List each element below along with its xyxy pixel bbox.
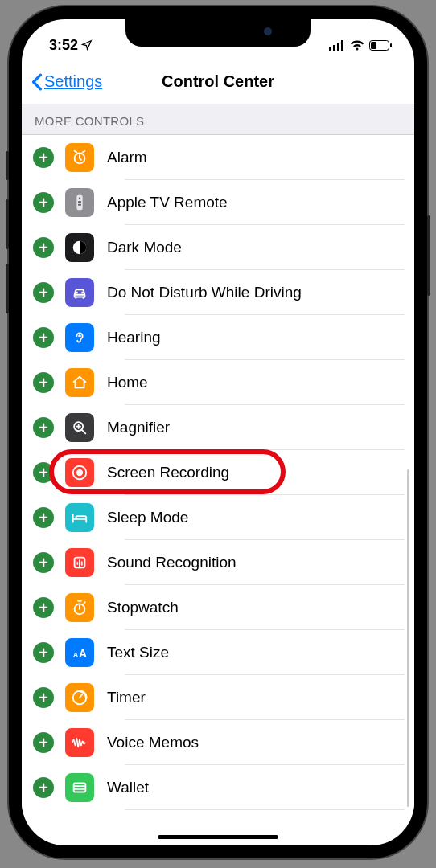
add-button[interactable]: + [33, 732, 54, 753]
control-label: Apple TV Remote [107, 194, 228, 211]
control-label: Screen Recording [107, 464, 229, 481]
list-item: +Sleep Mode [22, 495, 414, 540]
magnifier-icon [65, 413, 94, 442]
add-button[interactable]: + [33, 147, 54, 168]
add-button[interactable]: + [33, 327, 54, 348]
stopwatch-icon [65, 593, 94, 622]
control-label: Wallet [107, 779, 149, 796]
separator [125, 809, 405, 810]
svg-rect-11 [78, 204, 81, 206]
svg-rect-10 [78, 201, 81, 203]
remote-icon [65, 188, 94, 217]
list-item: +Dark Mode [22, 225, 414, 270]
control-label: Home [107, 374, 148, 391]
cellular-icon [329, 40, 345, 51]
svg-point-9 [79, 197, 80, 199]
svg-text:A: A [73, 651, 79, 659]
control-label: Timer [107, 689, 146, 706]
add-button[interactable]: + [33, 687, 54, 708]
textsize-icon: AA [65, 638, 94, 667]
section-header: MORE CONTROLS [22, 104, 414, 135]
back-button[interactable]: Settings [31, 72, 102, 91]
list-item: +Wallet [22, 765, 414, 810]
voicememo-icon [65, 728, 94, 757]
control-label: Dark Mode [107, 239, 182, 256]
list-item: +Stopwatch [22, 585, 414, 630]
ear-icon [65, 323, 94, 352]
mute-switch [6, 151, 9, 180]
add-button[interactable]: + [33, 462, 54, 483]
svg-rect-1 [333, 45, 335, 51]
controls-list[interactable]: +Alarm+Apple TV Remote+Dark Mode+Do Not … [22, 135, 414, 810]
home-icon [65, 368, 94, 397]
darkmode-icon [65, 233, 94, 262]
add-button[interactable]: + [33, 417, 54, 438]
list-item: +Apple TV Remote [22, 180, 414, 225]
nav-bar: Settings Control Center [22, 59, 414, 104]
svg-rect-6 [390, 43, 392, 47]
volume-down-button [6, 264, 9, 313]
back-label: Settings [44, 72, 102, 91]
alarm-icon [65, 143, 94, 172]
control-label: Sound Recognition [107, 554, 237, 571]
list-item: +Hearing [22, 315, 414, 360]
svg-point-17 [76, 469, 83, 476]
svg-rect-23 [74, 784, 86, 792]
sound-icon [65, 548, 94, 577]
svg-point-14 [82, 292, 83, 293]
list-item: +Do Not Disturb While Driving [22, 270, 414, 315]
list-item: +Screen Recording [22, 450, 414, 495]
add-button[interactable]: + [33, 777, 54, 798]
svg-rect-5 [371, 42, 376, 49]
control-label: Text Size [107, 644, 169, 661]
chevron-left-icon [31, 73, 43, 91]
list-item: +AAText Size [22, 630, 414, 675]
volume-up-button [6, 199, 9, 249]
list-item: +Timer [22, 675, 414, 720]
control-label: Do Not Disturb While Driving [107, 284, 302, 301]
wallet-icon [65, 773, 94, 802]
location-icon [81, 39, 93, 51]
add-button[interactable]: + [33, 192, 54, 213]
list-item: +Voice Memos [22, 720, 414, 765]
svg-text:A: A [79, 648, 87, 660]
status-time: 3:52 [49, 37, 78, 54]
svg-rect-3 [341, 40, 343, 51]
add-button[interactable]: + [33, 282, 54, 303]
add-button[interactable]: + [33, 237, 54, 258]
device-frame: 3:52 Settings Control Center MORE CONTRO… [9, 6, 427, 858]
control-label: Magnifier [107, 419, 170, 436]
page-title: Control Center [162, 72, 274, 91]
screen: 3:52 Settings Control Center MORE CONTRO… [22, 19, 414, 845]
side-button [427, 215, 430, 296]
svg-rect-0 [329, 47, 331, 51]
add-button[interactable]: + [33, 552, 54, 573]
timer-icon [65, 683, 94, 712]
wifi-icon [350, 40, 364, 51]
battery-icon [369, 40, 392, 51]
control-label: Sleep Mode [107, 509, 188, 526]
add-button[interactable]: + [33, 597, 54, 618]
control-label: Alarm [107, 149, 147, 166]
record-icon [65, 458, 94, 487]
control-label: Voice Memos [107, 734, 199, 751]
svg-point-13 [76, 292, 77, 293]
car-icon [65, 278, 94, 307]
bed-icon [65, 503, 94, 532]
control-label: Stopwatch [107, 599, 179, 616]
add-button[interactable]: + [33, 642, 54, 663]
scroll-indicator [407, 469, 409, 807]
control-label: Hearing [107, 329, 161, 346]
svg-rect-2 [337, 43, 339, 51]
home-indicator[interactable] [158, 835, 278, 839]
add-button[interactable]: + [33, 372, 54, 393]
add-button[interactable]: + [33, 507, 54, 528]
list-item: +Home [22, 360, 414, 405]
list-item: +Alarm [22, 135, 414, 180]
list-item: +Magnifier [22, 405, 414, 450]
list-item: +Sound Recognition [22, 540, 414, 585]
notch [125, 19, 311, 47]
